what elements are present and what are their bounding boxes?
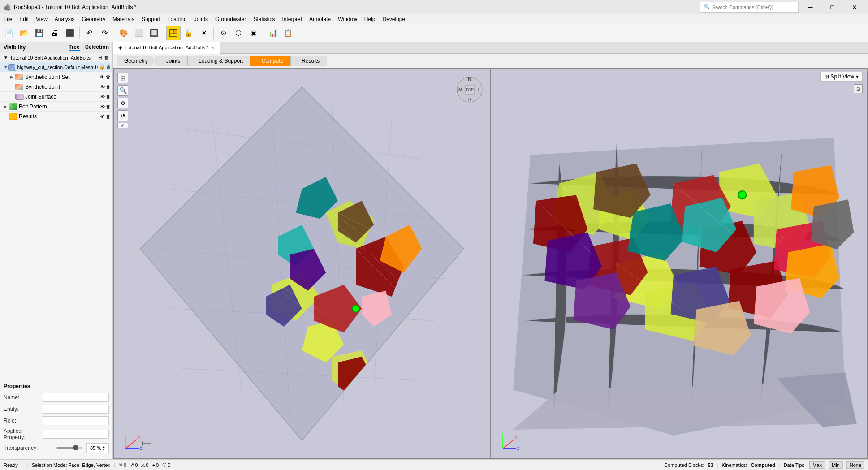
undo-button[interactable]: ↶ [82, 26, 96, 40]
rotate-btn[interactable]: ↺ [117, 110, 128, 121]
expand-icon[interactable]: ▼ [4, 55, 8, 60]
tree-lock-icon[interactable]: 🔒 [99, 64, 105, 70]
menu-help[interactable]: Help [361, 14, 379, 24]
tree-synth-vis[interactable]: 👁 [100, 84, 105, 90]
prop-name-input[interactable] [43, 393, 109, 402]
menu-support[interactable]: Support [138, 14, 164, 24]
data-tips-min-button[interactable]: Min [829, 461, 843, 469]
viewport-right[interactable]: X Y Z [491, 69, 868, 458]
tree-js-vis[interactable]: 👁 [100, 94, 105, 99]
tree-synth-set-delete[interactable]: 🗑 [106, 74, 111, 80]
open-button[interactable]: 📂 [17, 26, 31, 40]
resize-btn[interactable]: ⤢ [117, 123, 128, 128]
workflow-tab-compute[interactable]: Compute [250, 56, 291, 66]
status-sep2: | [114, 462, 115, 468]
redo-button[interactable]: ↷ [97, 26, 112, 40]
menu-statistics[interactable]: Statistics [250, 14, 278, 24]
tree-vis-icon[interactable]: 👁 [93, 65, 98, 70]
app-icon: 🪨 [4, 4, 11, 11]
report-button[interactable]: 📋 [281, 26, 295, 40]
toolbar-separator-2 [114, 27, 114, 39]
screenshot-button[interactable]: ⬛ [63, 26, 77, 40]
menu-interpret[interactable]: Interpret [278, 14, 306, 24]
menu-annotate[interactable]: Annotate [306, 14, 334, 24]
split-view-button[interactable]: ⊞ Split View ▾ [820, 72, 863, 82]
save-button[interactable]: 💾 [32, 26, 47, 40]
transparency-spinner[interactable]: ▲ ▼ [102, 445, 105, 451]
workflow-tab-joints[interactable]: Joints [155, 56, 188, 66]
tab-tree[interactable]: Tree [69, 44, 80, 51]
tree-item-synth-joint[interactable]: Synthetic Joint 👁 🗑 [0, 82, 112, 92]
computed-blocks-value: 53 [708, 462, 713, 468]
tree-synth-delete[interactable]: 🗑 [106, 84, 111, 90]
zoom-extent-btn[interactable]: ⊞ [117, 73, 128, 83]
slider-thumb[interactable] [73, 445, 78, 450]
tree-synth-set-vis[interactable]: 👁 [100, 74, 105, 80]
file-tab-close[interactable]: ✕ [211, 45, 215, 50]
tree-item-mesh[interactable]: ▼ highway_cut_section.Default.Mesh 👁 🔒 🗑 [0, 62, 112, 72]
maximize-button[interactable]: □ [822, 0, 842, 14]
search-box[interactable]: 🔍 [700, 2, 799, 13]
spinner-down[interactable]: ▼ [102, 448, 105, 451]
stats-button[interactable]: 📊 [266, 26, 280, 40]
data-tips-none-button[interactable]: None [846, 461, 864, 469]
slider-fill [56, 447, 73, 449]
tree-results-delete[interactable]: 🗑 [106, 114, 111, 119]
menu-edit[interactable]: Edit [16, 14, 32, 24]
menu-file[interactable]: File [0, 14, 16, 24]
viewport-max-btn[interactable]: ⊡ [854, 84, 863, 93]
file-tab-icon: ◈ [118, 45, 122, 51]
tree-results-vis[interactable]: 👁 [100, 114, 105, 119]
minimize-button[interactable]: ─ [800, 0, 820, 14]
new-button[interactable]: 📄 [2, 26, 16, 40]
tree-js-delete[interactable]: 🗑 [106, 94, 111, 99]
mesh-button[interactable] [166, 26, 181, 40]
data-tips-max-button[interactable]: Max [809, 461, 825, 469]
spinner-up[interactable]: ▲ [102, 445, 105, 448]
tree-btn-2[interactable]: 🗑 [104, 55, 109, 60]
joint-button[interactable]: ⬡ [231, 26, 246, 40]
prop-role-input[interactable] [43, 416, 109, 425]
bolt-button[interactable]: ⊙ [216, 26, 230, 40]
menu-materials[interactable]: Materials [109, 14, 138, 24]
tree-item-bolt-pattern[interactable]: ▶ Bolt Pattern 👁 🗑 [0, 102, 112, 112]
titlebar-controls[interactable]: 🔍 ─ □ ✕ [700, 0, 864, 14]
color-button[interactable]: 🎨 [117, 26, 131, 40]
lock-button[interactable]: 🔒 [181, 26, 196, 40]
select-button[interactable]: ⬜ [132, 26, 146, 40]
tree-bolt-vis[interactable]: 👁 [100, 104, 105, 109]
menu-window[interactable]: Window [334, 14, 361, 24]
menu-geometry[interactable]: Geometry [78, 14, 109, 24]
workflow-tab-loading[interactable]: Loading & Support [187, 56, 250, 66]
workflow-tab-results[interactable]: Results [290, 56, 327, 66]
tree-item-synth-joint-set[interactable]: ▶ Synthetic Joint Set 👁 🗑 [0, 72, 112, 82]
prop-applied-input[interactable] [43, 430, 109, 439]
pattern-button[interactable]: ◉ [246, 26, 261, 40]
menu-developer[interactable]: Developer [379, 14, 411, 24]
menu-view[interactable]: View [32, 14, 51, 24]
menu-joints[interactable]: Joints [190, 14, 212, 24]
search-input[interactable] [712, 4, 793, 10]
tree-item-joint-surface[interactable]: Joint Surface 👁 🗑 [0, 92, 112, 102]
transparency-slider[interactable] [56, 447, 83, 449]
prop-entity-input[interactable] [43, 405, 109, 414]
left-viewport-content [114, 69, 490, 458]
menu-groundwater[interactable]: Groundwater [212, 14, 250, 24]
workflow-tab-geometry[interactable]: Geometry [117, 56, 155, 66]
selection-mode-label: Selection Mode: Face, Edge, Vertex [32, 462, 111, 468]
close-view-button[interactable]: ✕ [197, 26, 211, 40]
tree-item-results[interactable]: Results 👁 🗑 [0, 112, 112, 121]
menu-loading[interactable]: Loading [164, 14, 190, 24]
tab-selection[interactable]: Selection [85, 44, 109, 51]
pan-btn[interactable]: ✥ [117, 98, 128, 108]
menu-analysis[interactable]: Analysis [51, 14, 78, 24]
view-button[interactable]: 🔲 [147, 26, 161, 40]
print-button[interactable]: 🖨 [48, 26, 62, 40]
tree-delete-icon[interactable]: 🗑 [106, 65, 111, 70]
viewport-left[interactable]: ⊞ 🔍 ✥ ↺ ⤢ N S E W TOP [114, 69, 490, 458]
close-button[interactable]: ✕ [844, 0, 864, 14]
zoom-in-btn[interactable]: 🔍 [117, 85, 128, 96]
tree-btn-1[interactable]: ⊞ [98, 55, 102, 60]
tree-bolt-delete[interactable]: 🗑 [106, 104, 111, 109]
file-tab-main[interactable]: ◈ Tutorial 10 Bolt Application_AddBolts … [113, 42, 220, 54]
